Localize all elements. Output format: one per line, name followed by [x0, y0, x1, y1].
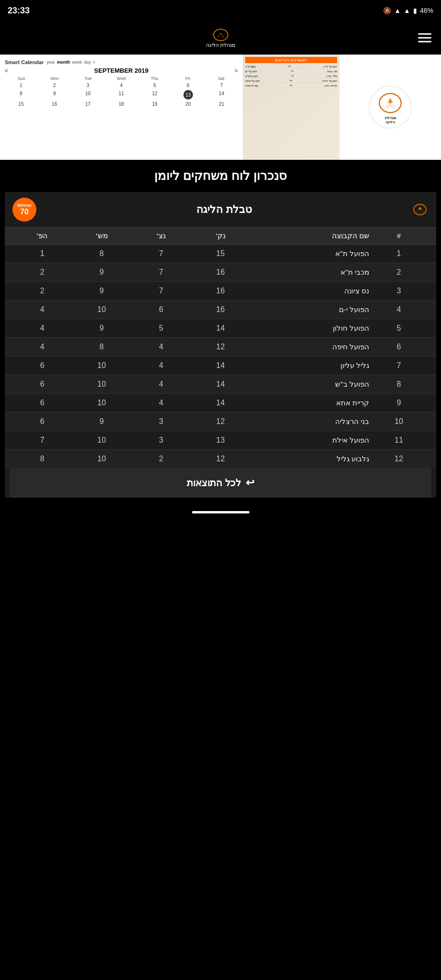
cal-day[interactable]: 19 [138, 100, 171, 108]
cell-wins: 4 [131, 380, 191, 389]
cal-day[interactable]: 3 [72, 82, 104, 89]
cal-day[interactable]: 20 [172, 100, 204, 108]
cell-points: 14 [191, 361, 250, 370]
home-indicator [192, 511, 249, 513]
cal-day-today[interactable]: 13 [183, 90, 193, 100]
signal-icon: ▲ [404, 7, 410, 14]
cal-day[interactable]: 4 [105, 82, 137, 89]
footer-button-label: לכל התוצאות [187, 477, 241, 489]
mini-row-4: הפועל חולוןvsהפועל חיפה [245, 78, 338, 83]
table-row: 12 גלבוע גליל 12 2 10 8 [5, 450, 436, 468]
table-row: 1 הפועל ת"א 15 7 8 1 [5, 245, 436, 263]
table-row: 9 קריית אתא 14 4 10 6 [5, 394, 436, 412]
status-bar: 23:33 🔕 ▲ ▲ ▮ 46% [0, 0, 441, 21]
calendar-days-header: Sun Mon Tue Wed Thu Fri Sat [5, 76, 238, 81]
battery-level: 46% [420, 7, 433, 14]
table-logo [412, 203, 429, 216]
mini-row-2: נס ציונהvsהפועל י-ם [245, 69, 338, 74]
cal-day[interactable]: 16 [38, 100, 71, 108]
mini-schedule-table: המשחקים הקרובים הפועל ת"אvsמכבי ת"א נס צ… [243, 55, 340, 160]
col-points: נק' [191, 232, 250, 240]
cal-day[interactable]: 6 [172, 82, 204, 89]
header-logo: מנהלת הליגה [206, 28, 235, 48]
calendar-nav-tabs: year month week day > [46, 60, 95, 65]
table-header-row: טבלת הליגה Winner 70 [5, 192, 436, 227]
hamburger-menu[interactable] [418, 33, 431, 43]
banner-section: Smart Calendar year month week day > < S… [0, 55, 441, 160]
cell-points: 14 [191, 324, 250, 333]
calendar-header: Smart Calendar year month week day > [5, 59, 238, 65]
mini-row-5: קריית אתאvsבני הרצליה [245, 83, 338, 88]
cell-rank: 5 [369, 324, 429, 333]
cell-diff: 7 [12, 436, 72, 445]
cal-tab-day[interactable]: day [84, 60, 91, 65]
column-headers: # שם הקבוצה נק' נצ' מש' הפ' [5, 227, 436, 245]
battery-icon: ▮ [413, 7, 417, 14]
cell-diff: 6 [12, 417, 72, 426]
cal-day[interactable]: 21 [205, 100, 238, 108]
day-mon: Mon [38, 76, 72, 81]
cal-day[interactable]: 9 [38, 90, 71, 100]
day-sat: Sat [204, 76, 238, 81]
winner-year: 70 [20, 208, 29, 216]
footer-arrow-icon: ↩ [246, 477, 254, 489]
cell-points: 15 [191, 249, 250, 258]
cell-team: הפועל חיפה [250, 343, 369, 351]
banner-schedule: המשחקים הקרובים הפועל ת"אvsמכבי ת"א נס צ… [243, 55, 340, 160]
cal-day[interactable]: 5 [138, 82, 171, 89]
cal-day[interactable]: 18 [105, 100, 137, 108]
table-row: 10 בני הרצליה 12 3 9 6 [5, 412, 436, 431]
cal-day[interactable]: 17 [72, 100, 104, 108]
status-time: 23:33 [8, 6, 30, 16]
cal-day[interactable]: 12 [138, 90, 171, 100]
cell-rank: 2 [369, 268, 429, 277]
table-row: 3 נס ציונה 16 7 9 2 [5, 282, 436, 301]
day-wed: Wed [105, 76, 138, 81]
cal-tab-week[interactable]: week [72, 60, 82, 65]
cal-next-arrow[interactable]: > [235, 67, 238, 74]
cal-day[interactable]: 14 [205, 90, 238, 100]
cal-day[interactable]: 11 [105, 90, 137, 100]
cell-losses: 10 [72, 380, 131, 389]
day-thu: Thu [138, 76, 171, 81]
cal-day[interactable]: 2 [38, 82, 71, 89]
cell-wins: 7 [131, 287, 191, 295]
cal-prev-arrow[interactable]: < [5, 67, 8, 74]
cell-team: גלבוע גליל [250, 455, 369, 463]
league-logo-text: מנהלתהליגה [376, 116, 405, 124]
cal-day[interactable]: 15 [5, 100, 37, 108]
cal-day[interactable]: 1 [5, 82, 37, 89]
header-logo-text: מנהלת הליגה [206, 42, 235, 48]
cell-losses: 10 [72, 455, 131, 463]
logo-flame-icon [211, 28, 230, 42]
cell-wins: 4 [131, 361, 191, 370]
cal-day[interactable]: 7 [205, 82, 238, 89]
cal-tab-year[interactable]: year [46, 60, 55, 65]
league-logo-inner: מנהלתהליגה [376, 90, 405, 124]
cell-wins: 7 [131, 249, 191, 258]
table-row: 7 גליל עליון 14 4 10 6 [5, 356, 436, 375]
cell-losses: 10 [72, 361, 131, 370]
cal-nav-arrow[interactable]: > [93, 60, 95, 65]
day-sun: Sun [5, 76, 38, 81]
cell-rank: 12 [369, 455, 429, 463]
col-rank: # [369, 232, 429, 240]
cal-day[interactable]: 8 [5, 90, 37, 100]
all-results-button[interactable]: ↩ לכל התוצאות [10, 468, 431, 498]
sync-section-title: סנכרון לוח משחקים ליומן [0, 160, 441, 192]
cell-losses: 10 [72, 305, 131, 314]
cell-team: הפועל ת"א [250, 249, 369, 258]
table-row: 4 הפועל י-ם 16 6 10 4 [5, 301, 436, 319]
cell-diff: 4 [12, 324, 72, 333]
cal-day[interactable]: 10 [72, 90, 104, 100]
cell-diff: 6 [12, 361, 72, 370]
cell-diff: 2 [12, 287, 72, 295]
cell-rank: 6 [369, 343, 429, 351]
cal-tab-month[interactable]: month [57, 60, 70, 65]
cell-rank: 7 [369, 361, 429, 370]
banner-league-logo: מנהלתהליגה [339, 55, 441, 160]
cell-rank: 1 [369, 249, 429, 258]
table-rows: 1 הפועל ת"א 15 7 8 1 2 מכבי ת"א 16 7 9 2… [5, 245, 436, 468]
table-row: 8 הפועל ב"ש 14 4 10 6 [5, 375, 436, 394]
calendar-app-name: Smart Calendar [5, 59, 44, 65]
